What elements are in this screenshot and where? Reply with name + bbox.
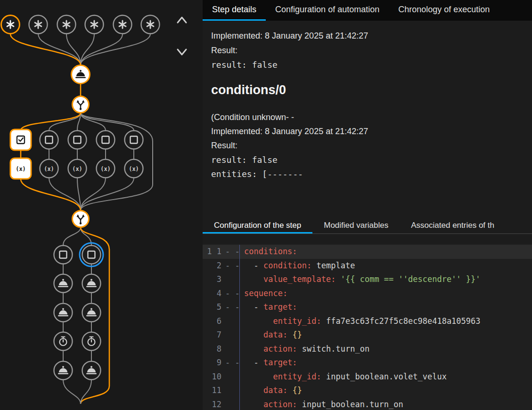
code-line: 1 1- -conditions: bbox=[203, 245, 532, 259]
code-lines: 1 1- -conditions:2- - - condition: templ… bbox=[203, 245, 532, 410]
choose-node-1[interactable] bbox=[73, 96, 89, 113]
graph-edge bbox=[81, 34, 150, 65]
condition-node-5[interactable] bbox=[125, 131, 143, 149]
graph-edge-active bbox=[10, 34, 81, 65]
executed-timestamp-1: Implemented: 8 January 2025 at 21:42:27 bbox=[211, 31, 368, 41]
code-text: action: switch.turn_on bbox=[239, 342, 369, 356]
line-markers bbox=[221, 314, 239, 329]
code-line: 10 entity_id: input_boolean.volet_velux bbox=[203, 370, 532, 384]
code-text: value_template: '{{ comm == ''descendre'… bbox=[239, 273, 481, 287]
code-token: - bbox=[244, 302, 263, 312]
line-number: 7 bbox=[203, 328, 221, 342]
code-line: 11 data: {} bbox=[203, 384, 532, 398]
tab-configuration-of-automation[interactable]: Configuration of automation bbox=[266, 0, 389, 21]
line-number: 8 bbox=[203, 342, 221, 356]
result-value-2: result: false bbox=[211, 155, 278, 165]
service-call-node[interactable] bbox=[72, 65, 90, 84]
code-token bbox=[244, 386, 263, 395]
condition-node-3[interactable] bbox=[68, 131, 87, 149]
tab-associated-entries-of-th[interactable]: Associated entries of th bbox=[400, 217, 506, 233]
graph-edge-active bbox=[21, 113, 81, 130]
result-label-2: Result: bbox=[211, 141, 237, 151]
trigger-node-1[interactable] bbox=[1, 16, 20, 34]
code-text: - target: bbox=[239, 300, 297, 314]
line-markers: - - bbox=[221, 259, 239, 273]
result-label-1: Result: bbox=[211, 46, 237, 56]
trigger-node-2[interactable] bbox=[29, 16, 48, 34]
graph-edge bbox=[81, 178, 134, 210]
code-token: entity_id: bbox=[273, 372, 321, 381]
action-node-left-2[interactable] bbox=[54, 304, 73, 322]
yaml-code-block[interactable]: 1 1- -conditions:2- - - condition: templ… bbox=[203, 244, 532, 410]
code-token: - bbox=[244, 261, 263, 270]
trigger-node-4[interactable] bbox=[85, 16, 104, 34]
option-condition-right-selected[interactable] bbox=[80, 243, 103, 266]
tab-configuration-of-the-step[interactable]: Configuration of the step bbox=[203, 217, 312, 233]
scroll-down-button[interactable] bbox=[178, 49, 186, 55]
graph-edge bbox=[63, 380, 81, 404]
template-x-icon: (x) bbox=[72, 166, 82, 172]
code-token: template bbox=[311, 261, 355, 270]
code-text: sequence: bbox=[239, 287, 287, 301]
scroll-up-button[interactable] bbox=[178, 17, 186, 23]
action-node-left-3[interactable] bbox=[54, 362, 73, 380]
template-x-icon: (x) bbox=[16, 166, 26, 172]
template-node-2[interactable]: (x) bbox=[40, 160, 58, 178]
code-token: action: bbox=[263, 400, 297, 409]
tab-modified-variables[interactable]: Modified variables bbox=[312, 217, 400, 233]
code-token bbox=[244, 372, 273, 381]
graph-edge bbox=[81, 113, 134, 130]
action-node-right-3[interactable] bbox=[82, 362, 101, 380]
code-token: input_boolean.turn_on bbox=[297, 400, 403, 409]
chevron-down-icon bbox=[178, 49, 186, 55]
action-node-right-2[interactable] bbox=[82, 304, 101, 322]
delay-node-right[interactable] bbox=[82, 332, 101, 351]
template-node-4[interactable]: (x) bbox=[97, 160, 115, 178]
choose-node-2[interactable] bbox=[73, 211, 89, 227]
code-token: - bbox=[244, 358, 263, 367]
line-markers bbox=[221, 384, 239, 398]
option-condition-left[interactable] bbox=[54, 246, 73, 264]
code-token bbox=[244, 330, 263, 339]
code-line: 3 value_template: '{{ comm == ''descendr… bbox=[203, 273, 532, 287]
entities-value: entities: [------- bbox=[211, 169, 303, 179]
line-number: 9 bbox=[203, 356, 221, 370]
tab-step-details[interactable]: Step details bbox=[203, 0, 266, 21]
template-node-1[interactable]: (x) bbox=[10, 158, 31, 179]
code-line: 4- -sequence: bbox=[203, 287, 532, 301]
template-x-icon: (x) bbox=[44, 166, 54, 172]
code-token bbox=[244, 344, 263, 354]
code-text: conditions: bbox=[239, 245, 297, 259]
action-node-left-1[interactable] bbox=[54, 274, 73, 293]
delay-node-left[interactable] bbox=[54, 332, 73, 351]
code-line: 8 action: switch.turn_on bbox=[203, 342, 532, 356]
line-markers bbox=[221, 370, 239, 384]
line-number: 3 bbox=[203, 273, 221, 287]
code-token: sequence: bbox=[244, 289, 287, 298]
template-node-5[interactable]: (x) bbox=[125, 160, 143, 178]
line-number: 5 bbox=[203, 300, 221, 314]
tab-chronology-of-execution[interactable]: Chronology of execution bbox=[389, 0, 499, 21]
code-line: 5- - - target: bbox=[203, 300, 532, 314]
condition-node-2[interactable] bbox=[40, 131, 58, 149]
code-text: data: {} bbox=[239, 384, 302, 398]
template-node-3[interactable]: (x) bbox=[68, 160, 87, 178]
line-number: 6 bbox=[203, 314, 221, 329]
line-markers: - - bbox=[221, 245, 239, 259]
condition-node-4[interactable] bbox=[97, 131, 115, 149]
code-token: target: bbox=[263, 358, 297, 367]
trigger-node-3[interactable] bbox=[57, 16, 76, 34]
trigger-node-5[interactable] bbox=[114, 16, 132, 34]
code-token: target: bbox=[263, 302, 297, 312]
code-token: {} bbox=[292, 386, 302, 395]
ha-automation-trace-window: (x) (x) (x) (x) (x) Step detailsConfigur… bbox=[0, 0, 532, 410]
trace-detail-pane: Step detailsConfiguration of automationC… bbox=[203, 0, 532, 410]
line-markers: - - bbox=[221, 287, 239, 301]
code-text: - condition: template bbox=[239, 259, 355, 273]
action-node-right-1[interactable] bbox=[82, 274, 101, 293]
chevron-up-icon bbox=[178, 17, 186, 23]
trigger-node-6[interactable] bbox=[141, 16, 160, 34]
line-number: 2 bbox=[203, 259, 221, 273]
code-token: action: bbox=[263, 344, 297, 354]
condition-node-1[interactable] bbox=[10, 129, 31, 150]
